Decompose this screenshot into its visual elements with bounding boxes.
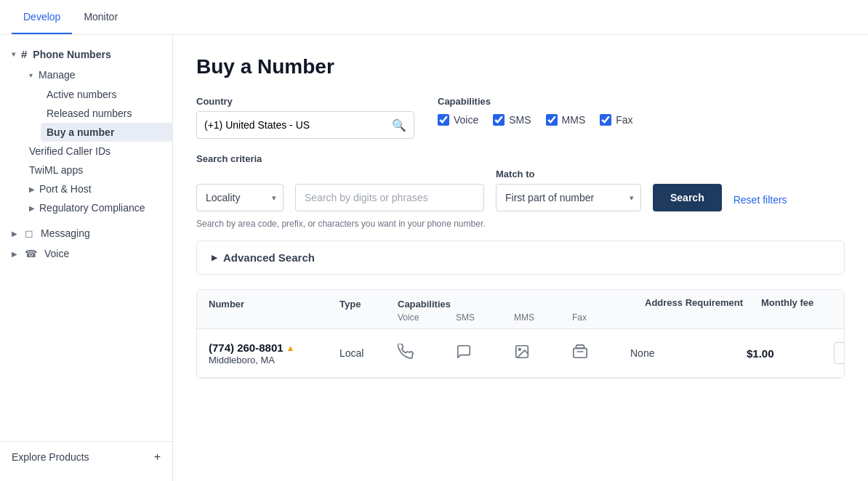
number-location: Middleboro, MA — [209, 355, 339, 365]
search-digits-input[interactable] — [295, 184, 484, 211]
country-label: Country — [196, 96, 414, 107]
sidebar-item-verified-caller-ids[interactable]: Verified Caller IDs — [23, 142, 172, 161]
search-criteria-label: Search criteria — [196, 153, 845, 164]
advanced-search-label: Advanced Search — [223, 251, 315, 264]
th-capabilities: Capabilities — [398, 299, 645, 310]
capability-sms[interactable]: SMS — [493, 114, 531, 126]
svg-rect-2 — [574, 348, 587, 357]
plus-icon: + — [154, 450, 161, 464]
search-hint: Search by area code, prefix, or characte… — [196, 219, 845, 229]
svg-point-1 — [518, 348, 521, 350]
buy-button[interactable]: Buy — [834, 342, 845, 364]
match-select-wrapper[interactable]: First part of number Any part of number … — [496, 184, 641, 211]
number-text: (774) 260-8801 — [209, 341, 284, 355]
nav-develop[interactable]: Develop — [12, 1, 72, 34]
match-select[interactable]: First part of number Any part of number … — [496, 184, 641, 211]
fax-checkbox[interactable] — [600, 114, 611, 126]
country-input-wrapper[interactable]: 🔍 — [196, 111, 414, 139]
messaging-icon: ◻ — [25, 227, 33, 239]
results-table: Number Type Capabilities Address Require… — [196, 289, 845, 379]
capability-fax[interactable]: Fax — [600, 114, 632, 126]
type-cell: Local — [339, 347, 398, 359]
locality-select-wrapper[interactable]: Locality Area Code Prefix Contains ▾ — [196, 184, 284, 211]
sidebar-item-released-numbers[interactable]: Released numbers — [41, 104, 172, 123]
sidebar-section-phone-numbers: ▾ # Phone Numbers ▾ Manage Active number… — [0, 44, 172, 217]
mms-icon-cell — [514, 344, 572, 363]
triangle-icon: ▶ — [212, 254, 217, 262]
hash-icon: # — [21, 48, 27, 60]
sms-checkbox[interactable] — [493, 114, 505, 126]
explore-products-footer[interactable]: Explore Products + — [0, 441, 172, 472]
buy-cell[interactable]: Buy — [834, 342, 845, 364]
mms-checkbox[interactable] — [546, 114, 558, 126]
sidebar-item-twiml-apps[interactable]: TwiML apps — [23, 161, 172, 179]
sms-icon-cell — [456, 344, 514, 363]
match-to-label: Match to — [496, 169, 641, 179]
advanced-search-section[interactable]: ▶ Advanced Search — [196, 240, 845, 275]
chevron-down-icon: ▾ — [12, 50, 15, 58]
table-row: (774) 260-8801 ▲ Middleboro, MA Local — [197, 329, 844, 379]
th-number: Number — [209, 299, 339, 310]
capability-voice[interactable]: Voice — [438, 114, 478, 126]
sidebar-item-buy-number[interactable]: Buy a number — [41, 123, 172, 142]
search-icon[interactable]: 🔍 — [392, 118, 406, 132]
up-arrow-icon: ▲ — [286, 343, 295, 353]
chevron-right-icon-voice: ▶ — [12, 250, 17, 258]
reset-filters-link[interactable]: Reset filters — [734, 188, 787, 211]
page-title: Buy a Number — [196, 55, 845, 78]
chevron-right-icon-msg: ▶ — [12, 230, 17, 238]
nav-monitor[interactable]: Monitor — [72, 1, 129, 34]
th-sms: SMS — [456, 312, 514, 323]
country-input[interactable] — [204, 119, 386, 131]
sidebar-item-messaging[interactable]: ▶ ◻ Messaging — [0, 223, 172, 243]
voice-icon-cell — [398, 344, 456, 363]
locality-select[interactable]: Locality Area Code Prefix Contains — [196, 184, 284, 211]
sidebar-item-phone-numbers[interactable]: ▾ # Phone Numbers — [0, 44, 172, 65]
capability-mms[interactable]: MMS — [546, 114, 586, 126]
search-button[interactable]: Search — [653, 184, 722, 211]
voice-icon: ☎ — [25, 248, 37, 259]
number-cell: (774) 260-8801 ▲ Middleboro, MA — [209, 341, 339, 366]
sidebar-item-port-host[interactable]: ▶ Port & Host — [23, 179, 172, 198]
fax-icon-cell — [572, 344, 630, 363]
chevron-right-icon-reg: ▶ — [29, 204, 35, 212]
th-fax: Fax — [572, 312, 630, 323]
th-address: Address Requirement — [645, 297, 761, 310]
capabilities-label: Capabilities — [438, 96, 633, 107]
chevron-down-icon-manage: ▾ — [29, 71, 33, 79]
sidebar-item-voice[interactable]: ▶ ☎ Voice — [0, 243, 172, 264]
th-voice: Voice — [398, 312, 456, 323]
th-type: Type — [339, 299, 398, 310]
capabilities-group: Voice SMS MMS Fax — [438, 114, 633, 126]
chevron-right-icon-port: ▶ — [29, 185, 35, 193]
sidebar-item-regulatory[interactable]: ▶ Regulatory Compliance — [23, 198, 172, 217]
address-req-cell: None — [630, 347, 747, 359]
th-mms: MMS — [514, 312, 572, 323]
voice-checkbox[interactable] — [438, 114, 449, 126]
monthly-fee-cell: $1.00 — [747, 347, 834, 360]
th-fee: Monthly fee — [761, 297, 845, 310]
sidebar-item-active-numbers[interactable]: Active numbers — [41, 85, 172, 104]
sidebar-item-manage[interactable]: ▾ Manage — [23, 65, 172, 85]
